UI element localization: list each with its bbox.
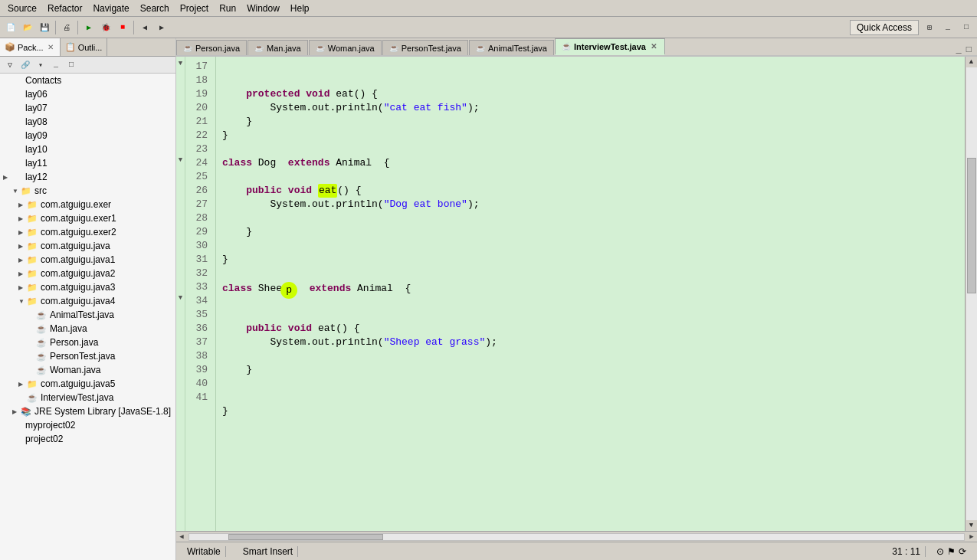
tree-node-icon [11, 102, 23, 114]
toolbar-debug-btn[interactable]: 🐞 [98, 20, 113, 35]
sidebar-tree-item[interactable]: ▼📁com.atguigu.java4 [0, 294, 175, 308]
gutter-cell[interactable] [176, 250, 185, 264]
gutter-cell[interactable]: ▼ [176, 57, 185, 70]
editor-tab-AnimalTest-java[interactable]: ☕ AnimalTest.java [469, 40, 554, 55]
gutter-cell [176, 222, 185, 236]
code-content[interactable]: protected void eat() { System.out.printl… [216, 57, 965, 531]
sidebar-tree-item[interactable]: ☕Woman.java [0, 363, 175, 377]
tree-node-icon: 📁 [26, 378, 38, 390]
sidebar-tree-item[interactable]: ☕Man.java [0, 322, 175, 336]
code-line: } [222, 363, 959, 377]
toolbar-stop-btn[interactable]: ■ [115, 20, 130, 35]
toolbar-back-btn[interactable]: ◀ [137, 20, 152, 35]
tab-close-btn[interactable]: ✕ [649, 42, 658, 51]
menu-refactor[interactable]: Refactor [43, 2, 87, 15]
menu-search[interactable]: Search [136, 2, 174, 15]
sidebar-tree-item[interactable]: ▶📁com.atguigu.exer [0, 198, 175, 211]
tab-maximize-btn[interactable]: □ [964, 44, 974, 55]
menu-window[interactable]: Window [242, 2, 284, 15]
h-scroll-left[interactable]: ◀ [176, 532, 187, 542]
toolbar-minimize-btn[interactable]: _ [940, 20, 956, 35]
sidebar-tree-item[interactable]: ▶📁com.atguigu.exer1 [0, 211, 175, 225]
sidebar-link-btn[interactable]: 🔗 [18, 58, 32, 72]
sidebar-tree-item[interactable]: ▶📚JRE System Library [JavaSE-1.8] [0, 404, 175, 418]
editor-tab-Man-java[interactable]: ☕ Man.java [248, 40, 308, 55]
toolbar-open-btn[interactable]: 📂 [20, 20, 35, 35]
tree-node-icon [11, 88, 23, 100]
sidebar-tree-item[interactable]: ▶lay12 [0, 170, 175, 184]
tab-minimize-btn[interactable]: _ [954, 44, 964, 55]
sidebar-tree-item[interactable]: ▶📁com.atguigu.java2 [0, 267, 175, 280]
sidebar-tab-package[interactable]: 📦 Pack... ✕ [0, 38, 61, 56]
sidebar-tree-item[interactable]: project02 [0, 432, 175, 446]
toolbar-new-btn[interactable]: 📄 [3, 20, 18, 35]
sidebar-tree-item[interactable]: Contacts [0, 74, 175, 87]
tree-node-label: lay10 [25, 144, 48, 155]
sidebar-tree-item[interactable]: lay11 [0, 156, 175, 170]
sidebar-tree-item[interactable]: lay09 [0, 129, 175, 142]
toolbar-fwd-btn[interactable]: ▶ [154, 20, 169, 35]
tree-node-label: lay11 [25, 158, 48, 169]
toolbar-perspective-btn[interactable]: ⊞ [922, 20, 937, 35]
scroll-down-arrow[interactable]: ▼ [966, 520, 977, 531]
sidebar-tree-item[interactable]: ☕Person.java [0, 336, 175, 349]
tab-icon: ☕ [316, 44, 325, 52]
code-line [222, 239, 959, 253]
editor-tab-InterviewTest-java[interactable]: ☕ InterviewTest.java✕ [555, 38, 665, 55]
sidebar-tree-item[interactable]: ▶📁com.atguigu.java1 [0, 253, 175, 267]
sidebar-tree-item[interactable]: ▶📁com.atguigu.java [0, 239, 175, 253]
code-line [222, 142, 959, 156]
sidebar-tree-item[interactable]: ☕InterviewTest.java [0, 391, 175, 404]
code-editor[interactable]: ▼▼▼ 171819202122232425262728293031323334… [176, 57, 977, 531]
tab-label: InterviewTest.java [574, 42, 646, 51]
tab-bar-end-buttons: _□ [954, 44, 977, 55]
toolbar-run-btn[interactable]: ▶ [81, 20, 97, 35]
sidebar-tree-item[interactable]: ▶📁com.atguigu.java5 [0, 377, 175, 391]
sidebar-collapse-btn[interactable]: ▽ [3, 58, 17, 72]
sidebar-tree-item[interactable]: ▶📁com.atguigu.exer2 [0, 225, 175, 239]
quick-access-label[interactable]: Quick Access [850, 20, 919, 35]
tab-icon: ☕ [476, 44, 485, 52]
toolbar-maximize-btn[interactable]: □ [959, 20, 974, 35]
editor-tab-Woman-java[interactable]: ☕ Woman.java [309, 40, 382, 55]
sidebar-minimize-btn[interactable]: _ [49, 58, 63, 72]
menu-project[interactable]: Project [175, 2, 213, 15]
vertical-scrollbar[interactable]: ▲ ▼ [965, 57, 977, 531]
sidebar-tree-item[interactable]: ☕AnimalTest.java [0, 308, 175, 322]
h-scroll-thumb[interactable] [228, 534, 383, 540]
tree-node-icon: 📁 [26, 281, 38, 293]
sidebar-tree-item[interactable]: lay08 [0, 115, 175, 129]
menu-run[interactable]: Run [215, 2, 241, 15]
h-scroll-right[interactable]: ▶ [966, 532, 977, 542]
sidebar-tree-item[interactable]: ☕PersonTest.java [0, 349, 175, 363]
gutter-cell [176, 360, 185, 374]
sidebar-maximize-btn[interactable]: □ [64, 58, 78, 72]
sidebar-tree-item[interactable]: myproject02 [0, 418, 175, 432]
sidebar-tree-item[interactable]: ▼📁src [0, 184, 175, 198]
horizontal-scrollbar[interactable]: ◀ ▶ [176, 531, 977, 542]
scroll-thumb[interactable] [967, 158, 976, 293]
scroll-up-arrow[interactable]: ▲ [966, 57, 977, 67]
sidebar-tab-package-close[interactable]: ✕ [46, 43, 55, 52]
gutter-cell[interactable]: ▼ [176, 291, 185, 305]
editor-tab-PersonTest-java[interactable]: ☕ PersonTest.java [382, 40, 468, 55]
sidebar-tree-item[interactable]: lay10 [0, 142, 175, 156]
toolbar-print-btn[interactable]: 🖨 [59, 20, 74, 35]
toolbar-save-btn[interactable]: 💾 [37, 20, 52, 35]
sidebar-tree-item[interactable]: lay07 [0, 101, 175, 115]
editor-tab-Person-java[interactable]: ☕ Person.java [176, 40, 247, 55]
sidebar-tab-outline[interactable]: 📋 Outli... [61, 38, 108, 56]
h-scroll-track[interactable] [189, 533, 965, 541]
menu-navigate[interactable]: Navigate [88, 2, 133, 15]
tree-node-label: com.atguigu.java2 [41, 268, 115, 279]
gutter-cell [176, 388, 185, 401]
sidebar-menu-btn[interactable]: ▾ [34, 58, 48, 72]
gutter-cell[interactable]: ▼ [176, 153, 185, 167]
gutter-cell[interactable] [176, 126, 185, 139]
sidebar-tree-item[interactable]: ▶📁com.atguigu.java3 [0, 280, 175, 294]
sidebar-tree-item[interactable]: lay06 [0, 87, 175, 101]
menu-source[interactable]: Source [3, 2, 41, 15]
scroll-track[interactable] [966, 67, 977, 520]
menu-help[interactable]: Help [286, 2, 314, 15]
status-icon-1: ⊙ [936, 546, 944, 557]
